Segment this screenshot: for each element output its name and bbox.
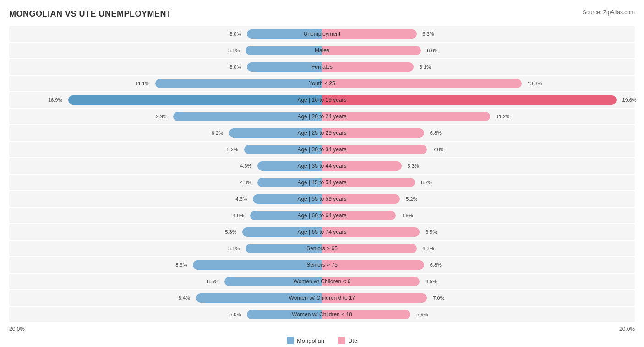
row-inner: 11.1% Youth < 25 13.3% — [9, 76, 635, 91]
left-value: 8.4% — [179, 295, 191, 301]
row-inner: 6.2% Age | 25 to 29 years 6.8% — [9, 125, 635, 141]
left-value: 5.3% — [225, 229, 237, 235]
chart-row: 5.2% Age | 30 to 34 years 7.0% — [9, 142, 635, 157]
chart-row: 4.3% Age | 45 to 54 years 6.2% — [9, 175, 635, 190]
chart-row: 5.3% Age | 65 to 74 years 6.5% — [9, 224, 635, 240]
right-bar — [322, 79, 522, 88]
left-value: 4.3% — [240, 180, 252, 185]
row-inner: 5.2% Age | 30 to 34 years 7.0% — [9, 142, 635, 157]
left-value: 5.2% — [227, 147, 239, 152]
row-inner: 4.3% Age | 45 to 54 years 6.2% — [9, 175, 635, 190]
row-inner: 5.0% Unemployment 6.3% — [9, 26, 635, 42]
row-inner: 8.4% Women w/ Children 6 to 17 7.0% — [9, 290, 635, 306]
chart-source: Source: ZipAtlas.com — [583, 9, 635, 16]
left-bar — [155, 79, 322, 88]
right-bar — [322, 112, 490, 121]
bar-label: Age | 55 to 59 years — [297, 196, 346, 202]
row-inner: 5.0% Females 6.1% — [9, 59, 635, 75]
legend-row: Mongolian Ute — [9, 337, 635, 344]
left-value: 9.9% — [156, 114, 169, 119]
bar-label: Age | 45 to 54 years — [297, 179, 346, 186]
bar-label: Age | 65 to 74 years — [297, 229, 346, 235]
left-value: 5.0% — [229, 312, 242, 317]
right-bar — [322, 62, 414, 72]
right-value: 6.6% — [426, 48, 438, 53]
chart-row: 9.9% Age | 20 to 24 years 11.2% — [9, 109, 635, 124]
bar-label: Age | 35 to 44 years — [297, 163, 346, 169]
right-value: 6.2% — [420, 180, 432, 185]
chart-row: 5.0% Females 6.1% — [9, 59, 635, 75]
row-inner: 4.6% Age | 55 to 59 years 5.2% — [9, 191, 635, 207]
row-inner: 5.3% Age | 65 to 74 years 6.5% — [9, 224, 635, 240]
ute-color-swatch — [338, 337, 345, 344]
chart-row: 6.2% Age | 25 to 29 years 6.8% — [9, 125, 635, 141]
right-value: 7.0% — [432, 295, 444, 301]
left-value: 16.9% — [48, 97, 63, 103]
right-value: 6.5% — [425, 279, 437, 284]
chart-row: 11.1% Youth < 25 13.3% — [9, 76, 635, 91]
axis-row: 20.0% 20.0% — [9, 323, 635, 334]
legend-mongolian: Mongolian — [287, 337, 324, 344]
bar-label: Age | 20 to 24 years — [297, 113, 346, 120]
left-bar — [193, 260, 322, 270]
bar-label: Seniors > 65 — [306, 245, 338, 252]
left-value: 4.8% — [233, 213, 245, 218]
bar-label: Females — [311, 64, 333, 70]
row-inner: 5.0% Women w/ Children < 18 5.9% — [9, 307, 635, 322]
row-inner: 5.1% Males 6.6% — [9, 43, 635, 58]
bar-label: Age | 60 to 64 years — [297, 212, 346, 219]
row-inner: 16.9% Age | 16 to 19 years 19.6% — [9, 92, 635, 108]
bar-label: Unemployment — [304, 31, 341, 37]
bar-label: Women w/ Children 6 to 17 — [289, 295, 355, 301]
right-value: 6.5% — [425, 229, 437, 235]
right-value: 6.8% — [429, 262, 442, 268]
right-value: 6.1% — [419, 64, 431, 70]
left-value: 5.1% — [228, 48, 240, 53]
right-value: 6.3% — [421, 31, 434, 37]
left-bar — [246, 46, 322, 55]
chart-row: 4.6% Age | 55 to 59 years 5.2% — [9, 191, 635, 207]
bar-label: Age | 30 to 34 years — [297, 146, 346, 153]
right-value: 19.6% — [621, 97, 636, 103]
chart-row: 4.8% Age | 60 to 64 years 4.9% — [9, 208, 635, 223]
left-value: 4.6% — [235, 196, 248, 202]
right-value: 4.9% — [400, 213, 413, 218]
chart-body: 5.0% Unemployment 6.3% 5.1% Males 6.6% 5… — [9, 26, 635, 322]
left-value: 11.1% — [135, 81, 150, 86]
right-value: 5.9% — [415, 312, 428, 317]
row-inner: 4.8% Age | 60 to 64 years 4.9% — [9, 208, 635, 223]
ute-legend-label: Ute — [348, 337, 357, 344]
left-value: 5.1% — [228, 246, 240, 251]
bar-label: Age | 16 to 19 years — [297, 97, 346, 103]
chart-row: 5.0% Women w/ Children < 18 5.9% — [9, 307, 635, 322]
left-value: 6.5% — [207, 279, 219, 284]
right-value: 13.3% — [527, 81, 542, 86]
row-inner: 8.6% Seniors > 75 6.8% — [9, 257, 635, 273]
chart-container: MONGOLIAN VS UTE UNEMPLOYMENT Source: Zi… — [0, 0, 644, 347]
left-value: 4.3% — [240, 163, 252, 169]
left-value: 6.2% — [212, 130, 224, 136]
right-value: 6.8% — [429, 130, 442, 136]
chart-row: 8.4% Women w/ Children 6 to 17 7.0% — [9, 290, 635, 306]
chart-row: 5.0% Unemployment 6.3% — [9, 26, 635, 42]
chart-row: 6.5% Women w/ Children < 6 6.5% — [9, 274, 635, 289]
chart-row: 8.6% Seniors > 75 6.8% — [9, 257, 635, 273]
right-value: 5.2% — [405, 196, 417, 202]
axis-right-label: 20.0% — [619, 326, 635, 332]
bar-label: Males — [315, 47, 329, 54]
row-inner: 9.9% Age | 20 to 24 years 11.2% — [9, 109, 635, 124]
bar-label: Seniors > 75 — [306, 262, 338, 268]
left-value: 8.6% — [175, 262, 188, 268]
chart-row: 4.3% Age | 35 to 44 years 5.3% — [9, 158, 635, 174]
bar-label: Youth < 25 — [309, 80, 335, 87]
left-value: 5.0% — [229, 64, 242, 70]
right-value: 6.3% — [421, 246, 434, 251]
left-bar — [68, 95, 322, 105]
chart-row: 5.1% Seniors > 65 6.3% — [9, 241, 635, 256]
chart-title: MONGOLIAN VS UTE UNEMPLOYMENT — [9, 9, 172, 19]
right-value: 11.2% — [495, 114, 510, 119]
right-bar — [322, 46, 421, 55]
legend-ute: Ute — [338, 337, 357, 344]
right-value: 5.3% — [407, 163, 419, 169]
row-inner: 5.1% Seniors > 65 6.3% — [9, 241, 635, 256]
